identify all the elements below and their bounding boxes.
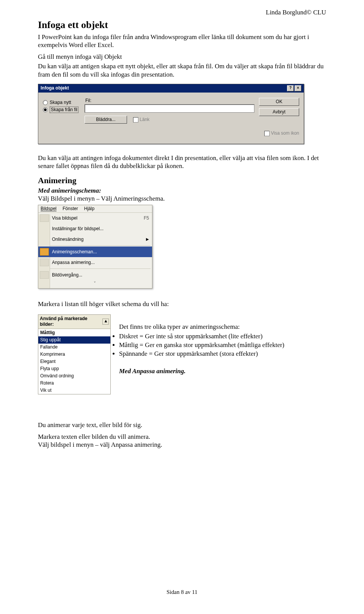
checkbox-icon [264,131,270,136]
menu-item-label: Inställningar för bildspel... [52,226,149,232]
slideshow-play-icon [40,214,49,222]
menu-item-shortcut: F5 [144,215,149,221]
scroll-up-button[interactable]: ▴ [102,319,109,325]
menu-expand-chevron[interactable]: ˅ [38,280,152,288]
animation-list-header: Använd på markerade bilder: ▴ [38,315,110,329]
after-dialog-text: Du kan välja att antingen infoga dokumen… [38,154,326,170]
section1-title: Infoga ett objekt [38,19,326,31]
link-label: Länk [140,117,149,122]
tail-1: Du animerar varje text, eller bild för s… [38,421,326,429]
section2-line1: Välj Bildspel i menyn – Välj Animeringss… [38,195,326,203]
animation-option-omvand-ordning[interactable]: Omvänd ordning [38,372,110,380]
animation-option-flyta-upp[interactable]: Flyta upp [38,365,110,372]
ok-button[interactable]: OK [259,98,299,106]
menu-top-hjalp[interactable]: Hjälp [84,206,94,212]
menu-item-anpassa-animering[interactable]: Anpassa animering... [38,257,152,268]
menu-top-bildspel[interactable]: Bildspel [41,206,56,212]
animation-category: Måttlig [38,329,110,336]
section2-title: Animering [38,175,326,186]
menu-item-bildovergang[interactable]: Bildövergång... [38,270,152,280]
animation-schemes-icon [40,248,49,256]
page-header-right: Linda Borglund© CLU [266,8,326,16]
file-path-input[interactable] [85,104,254,113]
animation-option-fallande[interactable]: Fallande [38,344,110,351]
animation-list-title: Använd på markerade bilder: [40,316,102,327]
page-footer: Sidan 8 av 11 [0,589,364,596]
link-checkbox[interactable]: Länk [133,117,149,122]
menu-item-label: Onlinesändning [52,237,143,242]
menu-item-installningar[interactable]: Inställningar för bildspel... [38,223,152,234]
menu-item-label: Visa bildspel [52,215,141,221]
radio-create-new-label: Skapa nytt [50,100,71,105]
menu-item-onlinesandning[interactable]: Onlinesändning ▶ [38,234,152,245]
menu-bar: Bildspel Fönster Hjälp [38,205,152,213]
dialog-title: Infoga objekt [41,85,69,91]
slideshow-menu: Bildspel Fönster Hjälp Visa bildspel F5 … [38,205,152,289]
radio-create-new[interactable]: Skapa nytt [43,100,81,105]
menu-item-label: Bildövergång... [52,272,149,278]
menu-item-label: Animeringsscheman... [52,249,149,255]
tail-3: Välj bildspel i menyn – välj Anpassa ani… [38,441,326,449]
section1-p2: Gå till menyn infoga välj Objekt [38,53,326,61]
cancel-button[interactable]: Avbryt [259,108,299,116]
file-label: Fil: [85,98,254,104]
custom-animation-icon [40,259,49,266]
animation-scheme-list: Använd på markerade bilder: ▴ Måttlig St… [38,314,111,394]
section2-sub1: Med animeringschema: [38,187,326,195]
checkbox-icon [133,117,138,122]
animation-option-rotera[interactable]: Rotera [38,380,110,387]
dialog-titlebar: Infoga objekt ? × [38,84,304,93]
show-as-icon-label: Visa som ikon [271,130,299,136]
animation-option-vik-ut[interactable]: Vik ut [38,387,110,394]
menu-item-animeringsscheman[interactable]: Animeringsscheman... [38,247,152,257]
tail-2: Markera texten eller bilden du vill anim… [38,433,326,441]
after-menu-text: Markera i listan till höger vilket schem… [38,300,326,308]
radio-icon [43,100,48,105]
section1-p3: Du kan välja att antigen skapa ett nytt … [38,62,326,79]
browse-button[interactable]: Bläddra... [85,116,127,124]
menu-item-label: Anpassa animering... [52,260,149,265]
slide-transition-icon [40,271,49,279]
submenu-arrow-icon: ▶ [146,237,149,242]
dialog-close-button[interactable]: × [295,85,301,91]
menu-item-visa-bildspel[interactable]: Visa bildspel F5 [38,213,152,223]
radio-from-file[interactable]: Skapa från fil [43,107,81,113]
insert-object-dialog: Infoga objekt ? × Skapa nytt Skapa från … [38,84,304,144]
radio-from-file-label: Skapa från fil [50,107,78,113]
animation-option-stig-uppat[interactable]: Stig uppåt [38,336,110,344]
animation-option-komprimera[interactable]: Komprimera [38,351,110,358]
menu-top-fonster[interactable]: Fönster [63,206,78,212]
radio-icon [43,107,48,112]
dialog-help-button[interactable]: ? [287,85,294,91]
show-as-icon-checkbox[interactable]: Visa som ikon [264,130,299,136]
section1-p1: I PowerPoint kan du infoga filer från an… [38,33,326,49]
animation-option-elegant[interactable]: Elegant [38,358,110,365]
